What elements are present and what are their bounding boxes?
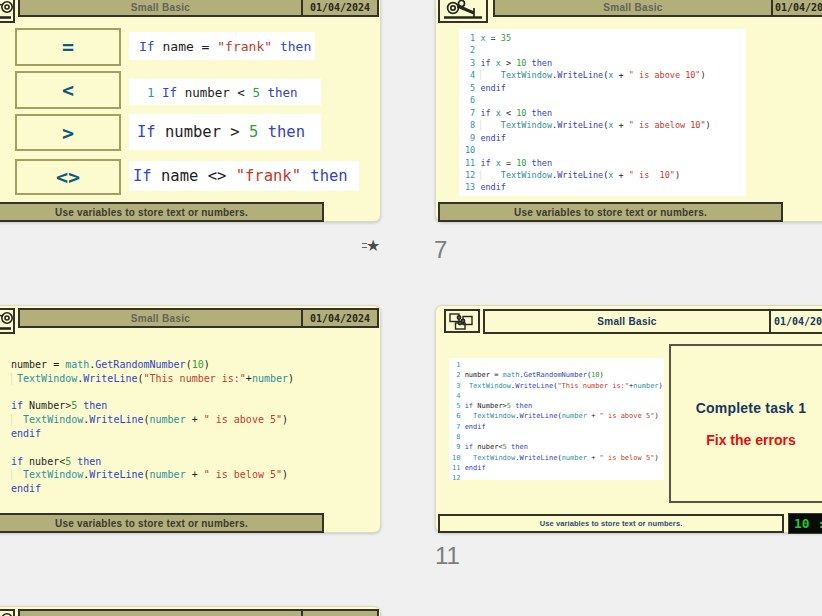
code-token: if xyxy=(480,58,490,68)
code-token: 8 xyxy=(452,433,460,441)
slide-title xyxy=(20,611,301,616)
code-token: number xyxy=(150,414,186,425)
code-example-label: If number > 5 then xyxy=(129,114,321,150)
code-token: 4 xyxy=(465,70,475,80)
slide-date: 01/04/2024 xyxy=(301,0,377,15)
code-token: WriteLine xyxy=(89,469,143,480)
code-token: ) xyxy=(282,414,288,425)
code-line: 3▏ TextWindow.WriteLine("This number is:… xyxy=(452,381,664,391)
slide-number-11: 11 xyxy=(435,542,460,570)
code-example-label: 1 If number < 5 then xyxy=(129,79,321,105)
code-token: number xyxy=(562,454,587,462)
slide-date: 01/04/2024 xyxy=(301,310,377,326)
slide-thumbnail-6[interactable]: Small Basic 01/04/2024 Use variables to … xyxy=(0,0,381,222)
code-token xyxy=(465,412,473,420)
code-line: 1 xyxy=(452,360,664,370)
code-token: + xyxy=(613,70,628,80)
code-region: number = math.GetRandomNumber(10)▏TextWi… xyxy=(11,358,294,496)
code-line: endif xyxy=(11,427,294,441)
code-token: number xyxy=(562,412,587,420)
code-token: ) xyxy=(654,412,658,420)
slide-footer: Use variables to store text or numbers. xyxy=(0,513,324,533)
code-line: 13 endif xyxy=(465,181,746,193)
code-line: 5 endif xyxy=(465,82,746,94)
task-heading: Complete task 1 xyxy=(696,400,806,416)
slide-thumbnail-7[interactable]: Small Basic 01/04/2024 1 x = 35 2 3 if x… xyxy=(435,0,822,222)
code-line: 9 if nuber<5 then xyxy=(452,442,664,452)
code-token: math xyxy=(503,371,520,379)
code-token: WriteLine xyxy=(557,70,603,80)
code-token: " is above 5" xyxy=(204,414,282,425)
code-line: 11 if x = 10 then xyxy=(465,157,746,169)
code-line: 2 number = math.GetRandomNumber(10) xyxy=(452,370,664,380)
task-panel: Complete task 1 Fix the errors xyxy=(669,344,822,503)
code-line: 3 if x > 10 then xyxy=(465,57,746,69)
code-line: number = math.GetRandomNumber(10) xyxy=(11,358,294,372)
slide-footer: Use variables to store text or numbers. xyxy=(438,514,784,533)
operator-box: < xyxy=(15,71,121,109)
code-token: ) xyxy=(701,70,706,80)
code-token: then xyxy=(83,400,107,411)
slide-thumbnail-10[interactable]: Small Basic 01/04/2024 number = math.Get… xyxy=(0,305,381,533)
operator-box: = xyxy=(15,28,121,66)
code-token: "This number is:" xyxy=(144,373,246,384)
code-line: ▏ TextWindow.WriteLine(number + " is bel… xyxy=(11,468,294,482)
code-token: 10 xyxy=(192,359,204,370)
code-line: 10▏ TextWindow.WriteLine(number + " is b… xyxy=(452,453,664,463)
code-token: endif xyxy=(480,133,506,143)
code-token: " is 10" xyxy=(629,170,675,180)
microscope-icon xyxy=(0,0,15,23)
code-token: ) xyxy=(659,382,663,390)
code-token: TextWindow xyxy=(17,373,77,384)
code-line: ▏ TextWindow.WriteLine(number + " is abo… xyxy=(11,413,294,427)
code-line: if Number>5 then xyxy=(11,399,294,413)
slide-title: Small Basic xyxy=(485,311,769,332)
slide-thumbnail-11[interactable]: Small Basic 01/04/2024 1 2 number = math… xyxy=(435,305,822,533)
code-token: 2 xyxy=(465,45,475,55)
code-token: 11 xyxy=(465,158,475,168)
microscope-icon xyxy=(0,308,15,334)
code-token: endif xyxy=(465,423,486,431)
code-token: TextWindow xyxy=(473,412,515,420)
code-token: " is below 5" xyxy=(204,469,282,480)
code-token: WriteLine xyxy=(557,170,603,180)
code-token: If xyxy=(139,39,155,54)
operator-box: > xyxy=(15,114,121,151)
code-token: + xyxy=(613,120,628,130)
code-token: 10 xyxy=(465,145,475,155)
code-token: + xyxy=(186,414,204,425)
code-token: nuber< xyxy=(473,443,503,451)
code-token: 6 xyxy=(465,95,475,105)
task-warning: Fix the errors xyxy=(706,432,795,448)
code-line: 8 xyxy=(452,432,664,442)
code-token: ) xyxy=(204,359,210,370)
code-token: if xyxy=(11,456,23,467)
code-token: then xyxy=(77,456,101,467)
code-token: TextWindow xyxy=(23,414,83,425)
code-token: TextWindow xyxy=(501,170,552,180)
code-token: > xyxy=(501,58,516,68)
microscope-icon xyxy=(0,609,15,616)
slide-title: Small Basic xyxy=(20,310,301,326)
code-token: 3 xyxy=(465,58,475,68)
code-token: 10 xyxy=(591,371,599,379)
code-token: then xyxy=(515,402,532,410)
code-token: 12 xyxy=(465,170,475,180)
countdown-timer: 10 : xyxy=(788,513,822,534)
code-token: endif xyxy=(480,182,506,192)
slide-thumbnail-partial[interactable] xyxy=(0,606,381,616)
code-token: TextWindow xyxy=(501,120,552,130)
code-token: + xyxy=(186,469,204,480)
code-token: "frank" xyxy=(217,39,272,54)
code-token: WriteLine xyxy=(515,382,553,390)
code-token: number xyxy=(150,469,186,480)
code-token: Number> xyxy=(23,400,71,411)
code-token xyxy=(486,170,501,180)
code-token: = xyxy=(486,33,501,43)
code-token: 5 xyxy=(252,85,260,100)
code-token: nuber< xyxy=(23,456,65,467)
microscope-icon xyxy=(438,0,488,23)
slide-title-bar: Small Basic 01/04/2024 xyxy=(18,308,379,328)
code-line: 7 if x < 10 then xyxy=(465,107,746,119)
code-line: 6▏ TextWindow.WriteLine(number + " is ab… xyxy=(452,411,664,421)
